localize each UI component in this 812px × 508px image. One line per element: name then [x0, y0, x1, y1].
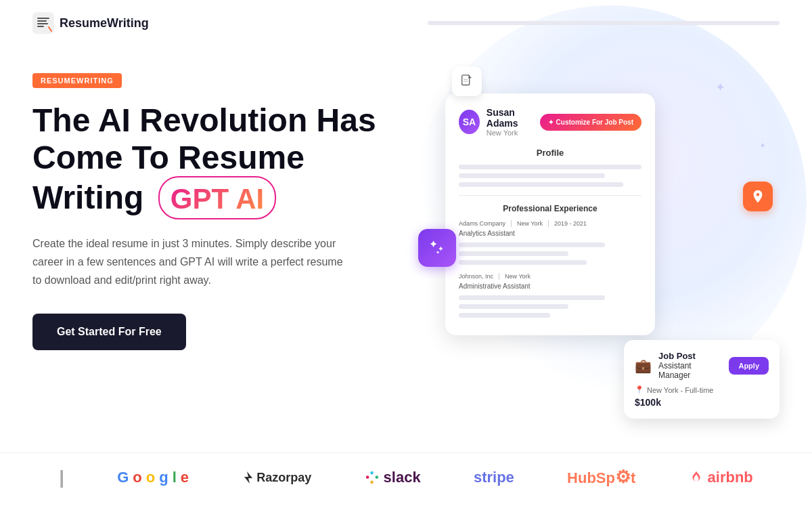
sep1	[511, 220, 512, 227]
location-pin-button	[743, 182, 773, 211]
hero-title: The AI Revolution Has Come To Resume Wri…	[32, 102, 384, 219]
svg-rect-3	[37, 23, 48, 24]
hubspot-logo: HubSp⚙t	[567, 468, 635, 487]
profile-section-title: Profile	[459, 148, 641, 158]
logos-section: | Google Razorpay slack stripe HubSp⚙t a…	[0, 452, 812, 502]
stripe-logo: stripe	[474, 469, 514, 486]
exp2-company: Johnson, Inc	[459, 273, 493, 280]
hero-title-line2: Come To Resume	[32, 140, 304, 175]
google-g2: g	[159, 469, 168, 486]
logo-icon	[32, 12, 54, 34]
nav-placeholder-bar	[428, 21, 780, 25]
hero-right: SA Susan Adams New York ✦ Customize For …	[384, 60, 780, 432]
job-icon: 💼	[635, 358, 652, 374]
exp1-role: Analytics Assistant	[459, 230, 641, 237]
profile-line-1	[459, 165, 641, 169]
exp1-company: Adams Company	[459, 220, 505, 227]
razorpay-icon	[242, 471, 252, 484]
hubspot-text: HubSp⚙t	[567, 468, 635, 487]
exp2-role: Administrative Assistant	[459, 282, 641, 290]
exp2-line-2	[459, 304, 568, 309]
exp1-line-1	[459, 242, 605, 247]
google-e: e	[181, 469, 189, 486]
star-decoration-2: ✦	[759, 141, 766, 150]
razorpay-text: Razorpay	[256, 471, 311, 485]
star-decoration-1: ✦	[715, 80, 725, 95]
svg-marker-8	[244, 471, 252, 484]
svg-rect-10	[370, 471, 374, 475]
exp1-years: 2019 - 2021	[554, 220, 587, 227]
slack-logo: slack	[365, 469, 421, 486]
job-card: 💼 Job Post Assistant Manager Apply 📍 New…	[624, 340, 780, 419]
razorpay-logo: Razorpay	[242, 471, 311, 485]
exp1-location: New York	[517, 220, 543, 227]
user-info: SA Susan Adams New York	[459, 107, 540, 137]
customize-label: Customize For Job Post	[556, 119, 633, 126]
exp2-meta: Johnson, Inc New York	[459, 273, 641, 280]
logo-text: ResumeWriting	[60, 16, 149, 30]
hero-section: RESUMEWRITING The AI Revolution Has Come…	[0, 46, 812, 432]
get-started-button[interactable]: Get Started For Free	[32, 314, 186, 350]
magic-wand-button[interactable]	[418, 229, 456, 267]
avatar: SA	[459, 110, 480, 134]
section-divider	[459, 195, 641, 196]
logo[interactable]: ResumeWriting	[32, 12, 149, 34]
job-location: 📍 New York - Full-time	[635, 385, 769, 394]
slack-text: slack	[384, 469, 421, 486]
apply-button[interactable]: Apply	[729, 357, 769, 375]
hero-badge: RESUMEWRITING	[32, 73, 122, 88]
svg-rect-5	[462, 75, 470, 85]
hero-title-line3: Writing	[32, 179, 143, 215]
airbnb-text: airbnb	[708, 469, 753, 486]
google-l: l	[173, 469, 177, 486]
resume-card-header: SA Susan Adams New York ✦ Customize For …	[459, 107, 641, 137]
exp2-location: New York	[505, 273, 531, 280]
location-icon: 📍	[635, 385, 644, 394]
exp-section-title: Professional Experience	[459, 204, 641, 213]
resume-card: SA Susan Adams New York ✦ Customize For …	[445, 93, 655, 335]
document-icon	[459, 74, 474, 89]
exp1-meta: Adams Company New York 2019 - 2021	[459, 220, 641, 227]
exp2-line-1	[459, 295, 605, 300]
google-o1: o	[133, 469, 141, 486]
job-title: Assistant Manager	[658, 361, 722, 380]
job-card-header: 💼 Job Post Assistant Manager Apply	[635, 351, 769, 380]
gpt-ai-badge: GPT AI	[158, 176, 276, 219]
svg-rect-9	[365, 475, 369, 479]
sep2	[548, 220, 549, 227]
document-icon-button	[452, 66, 482, 96]
navbar: ResumeWriting	[0, 0, 812, 46]
sep3	[499, 273, 499, 280]
svg-rect-2	[37, 20, 47, 22]
google-logo: Google	[117, 469, 189, 486]
svg-rect-12	[375, 475, 378, 479]
exp1-line-2	[459, 251, 568, 256]
customize-icon: ✦	[548, 119, 554, 126]
user-name: Susan Adams	[487, 107, 540, 129]
gpt-ai-text: GPT AI	[171, 183, 264, 215]
exp1-line-3	[459, 260, 587, 265]
svg-rect-4	[37, 26, 44, 27]
user-location: New York	[487, 129, 540, 137]
profile-line-3	[459, 182, 623, 187]
hero-title-line1: The AI Revolution Has	[32, 102, 376, 138]
google-o2: o	[146, 469, 155, 486]
magic-wand-icon	[428, 239, 446, 257]
user-details: Susan Adams New York	[487, 107, 540, 137]
airbnb-logo: airbnb	[689, 469, 753, 486]
svg-rect-1	[37, 18, 49, 19]
slack-icon	[365, 470, 380, 485]
job-type: Job Post	[658, 351, 722, 361]
hero-description: Create the ideal resume in just 3 minute…	[32, 234, 344, 290]
stripe-text: stripe	[474, 469, 514, 486]
hero-left: RESUMEWRITING The AI Revolution Has Come…	[32, 60, 384, 350]
exp2-line-3	[459, 313, 550, 318]
job-title-block: Job Post Assistant Manager	[658, 351, 722, 380]
svg-rect-11	[370, 481, 374, 484]
logo-divider: |	[59, 467, 64, 488]
job-location-text: New York - Full-time	[647, 386, 713, 394]
google-g: G	[117, 469, 129, 486]
customize-for-job-post-button[interactable]: ✦ Customize For Job Post	[540, 114, 641, 131]
profile-line-2	[459, 173, 605, 178]
airbnb-icon	[689, 470, 704, 485]
